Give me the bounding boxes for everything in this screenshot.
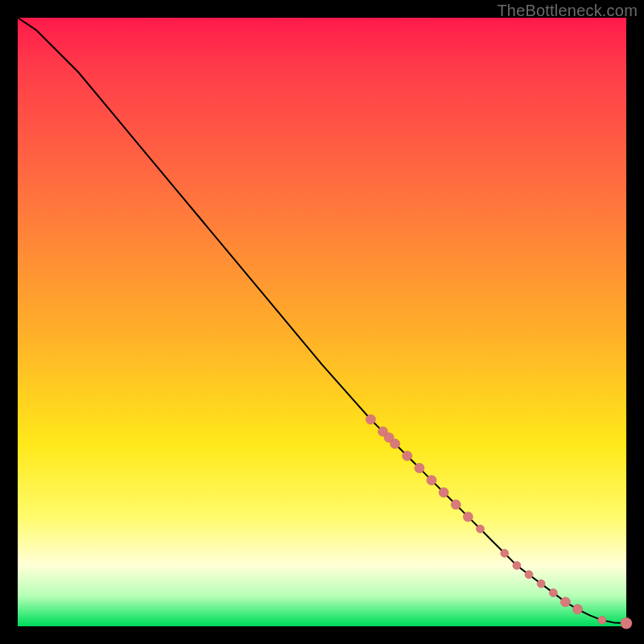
data-point <box>573 605 583 614</box>
chart-frame <box>18 18 626 626</box>
data-point <box>477 525 485 533</box>
data-point <box>501 549 509 557</box>
chart-svg <box>18 18 626 626</box>
data-point <box>463 512 473 522</box>
data-point <box>621 617 632 629</box>
data-point <box>525 571 533 579</box>
data-point <box>549 588 557 597</box>
data-point <box>537 580 545 588</box>
watermark-text: TheBottleneck.com <box>497 2 638 20</box>
data-point <box>560 597 570 607</box>
data-point <box>598 616 606 624</box>
bottleneck-curve <box>18 18 626 623</box>
data-point <box>415 463 424 473</box>
data-point <box>451 500 460 510</box>
data-point <box>439 488 448 497</box>
data-point <box>427 476 436 485</box>
data-point <box>402 451 412 460</box>
data-point <box>390 439 400 448</box>
data-point <box>513 561 521 569</box>
data-point <box>366 415 376 424</box>
scatter-points-group <box>366 415 633 629</box>
